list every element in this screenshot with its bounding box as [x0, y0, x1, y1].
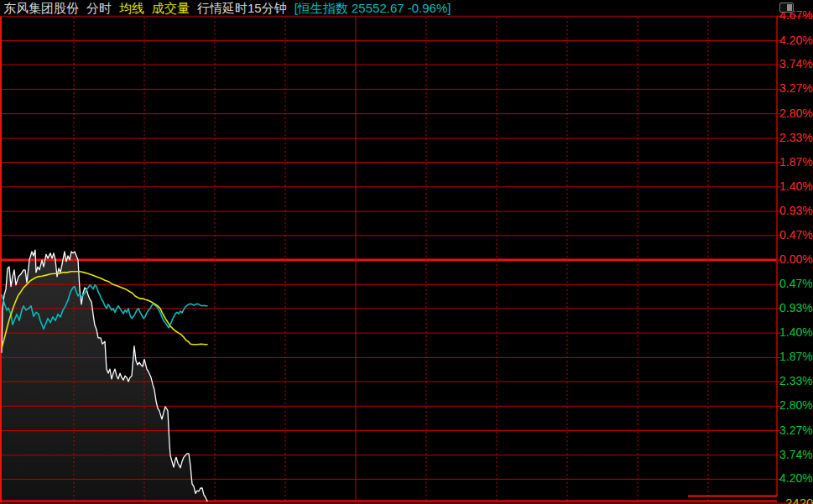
title-bar: 东风集团股份 分时 均线 成交量 行情延时15分钟 [恒生指数 25552.67…: [0, 0, 813, 17]
intraday-chart-canvas[interactable]: [0, 0, 813, 504]
axis-label: 0.93%: [779, 302, 813, 314]
axis-label: 1.87%: [779, 351, 813, 363]
axis-label: 0.00%: [779, 253, 813, 266]
axis-label: 2.33%: [779, 375, 813, 387]
axis-label: 3.74%: [779, 58, 813, 70]
volume-axis-label: 2420: [785, 496, 813, 504]
axis-label: 4.20%: [779, 34, 813, 47]
axis-label: 4.20%: [779, 472, 813, 485]
panel-toggle-icon[interactable]: [779, 3, 794, 13]
price-area-fill: [2, 250, 207, 501]
tab-volume[interactable]: 成交量: [152, 0, 190, 17]
axis-label: 0.93%: [779, 205, 813, 217]
panel-toggle-icon-fill: [787, 4, 792, 11]
quote-delay-notice: 行情延时15分钟: [197, 0, 287, 17]
axis-label: 0.47%: [779, 229, 813, 242]
axis-label: 2.80%: [779, 399, 813, 412]
axis-label: 1.87%: [779, 156, 813, 169]
hang-seng-index-quote[interactable]: [恒生指数 25552.67 -0.96%]: [294, 0, 451, 17]
axis-label: 3.27%: [779, 424, 813, 437]
tab-minute-chart[interactable]: 分时: [86, 0, 112, 17]
axis-label: 3.74%: [779, 449, 813, 461]
axis-label: 2.33%: [779, 132, 813, 144]
axis-label: 2.80%: [779, 107, 813, 120]
tab-moving-average[interactable]: 均线: [119, 0, 144, 17]
axis-label: 1.40%: [779, 326, 813, 339]
stock-name: 东风集团股份: [3, 0, 79, 17]
axis-label: 0.47%: [779, 278, 813, 290]
stock-app-window: 东风集团股份 分时 均线 成交量 行情延时15分钟 [恒生指数 25552.67…: [0, 0, 813, 504]
axis-label: 1.40%: [779, 180, 813, 193]
axis-label: 3.27%: [779, 82, 813, 95]
